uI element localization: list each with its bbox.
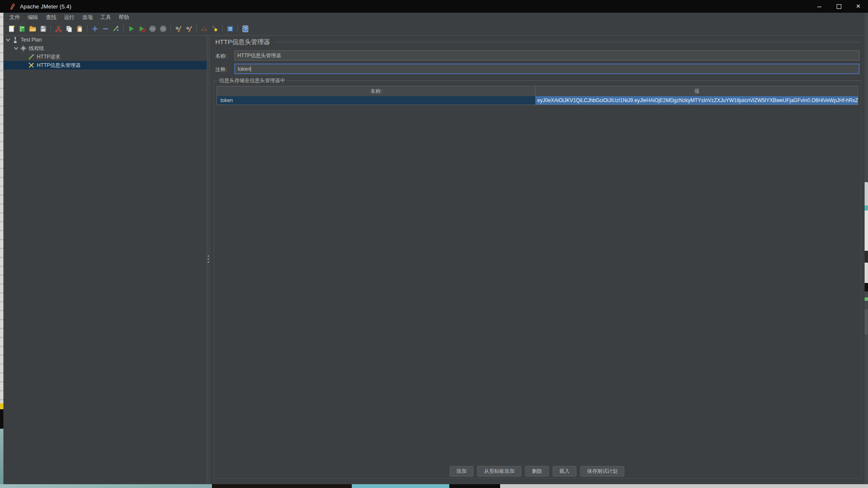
right-sliver-frag xyxy=(865,263,868,283)
left-sliver-wallpaper xyxy=(0,429,3,484)
name-field-label: 名称: xyxy=(215,53,227,60)
menu-bar: 文件编辑查找运行选项工具帮助 xyxy=(3,13,865,22)
panel-title-row: HTTP信息头管理器 xyxy=(215,38,861,46)
right-sliver-frag xyxy=(865,283,868,291)
bottom-frag-scrollbar xyxy=(500,484,868,488)
remote-start-all-icon[interactable] xyxy=(173,24,183,33)
add-button[interactable]: 添加 xyxy=(450,466,473,477)
start-no-timers-icon[interactable] xyxy=(137,24,147,33)
title-bar: Apache JMeter (5.4) ─ × xyxy=(0,0,868,13)
test-plan-tree: Test Plan线程组HTTP请求HTTP信息头管理器 xyxy=(3,36,207,484)
desktop-bottom-strip xyxy=(0,484,868,488)
stop-icon xyxy=(147,24,157,33)
toolbar-separator xyxy=(123,25,124,32)
tree-item-test-plan[interactable]: Test Plan xyxy=(3,36,207,44)
toolbar-separator xyxy=(50,25,51,32)
background-window-left-sliver xyxy=(0,0,3,484)
toolbar-separator xyxy=(222,25,223,32)
bottom-frag-dark xyxy=(212,484,352,488)
toolbar-separator xyxy=(237,25,238,32)
delete-button[interactable]: 删除 xyxy=(525,466,549,477)
tree-item-http-header-manager[interactable]: HTTP信息头管理器 xyxy=(3,61,207,69)
tree-indent-spacer xyxy=(21,62,27,68)
headers-stored-group: 信息头存储在信息头管理器中 名称: 值 tokeneyJ0eXAiOiJKV1Q… xyxy=(214,80,861,479)
table-header-name[interactable]: 名称: xyxy=(217,86,535,96)
comment-field[interactable]: token xyxy=(234,64,860,74)
menu-7[interactable]: 帮助 xyxy=(115,14,133,21)
copy-icon[interactable] xyxy=(64,24,74,33)
close-button[interactable]: × xyxy=(849,0,868,13)
window-title: Apache JMeter (5.4) xyxy=(20,3,72,10)
menu-5[interactable]: 选项 xyxy=(78,14,97,21)
splitter-grip-dot xyxy=(208,261,209,263)
shutdown-icon xyxy=(158,24,168,33)
comment-field-label: 注释: xyxy=(215,66,227,73)
chevron-down-icon[interactable] xyxy=(13,45,19,51)
clear-all-icon[interactable] xyxy=(210,24,220,33)
templates-icon[interactable] xyxy=(17,24,27,33)
table-action-buttons: 添加从剪贴板添加删除载入保存测试计划 xyxy=(209,466,865,477)
http-request-sampler-icon xyxy=(28,53,35,61)
jmeter-logo-icon xyxy=(9,3,16,10)
tree-indent-spacer xyxy=(21,54,27,60)
right-sliver-frag xyxy=(865,205,868,211)
right-sliver-frag xyxy=(865,182,868,205)
paste-icon[interactable] xyxy=(75,24,84,33)
splitter-grip-dot xyxy=(208,255,209,257)
menu-6[interactable]: 工具 xyxy=(97,14,115,21)
right-sliver-frag xyxy=(865,309,868,335)
maximize-icon xyxy=(837,4,841,9)
tree-item-http-request[interactable]: HTTP请求 xyxy=(3,53,207,61)
remote-stop-all-icon[interactable] xyxy=(184,24,194,33)
tree-item-label: 线程组 xyxy=(29,45,44,52)
text-cursor xyxy=(250,66,251,72)
toolbar-separator xyxy=(87,25,87,32)
start-icon[interactable] xyxy=(126,24,136,33)
tree-item-thread-group[interactable]: 线程组 xyxy=(3,44,207,53)
save-test-plan-button[interactable]: 保存测试计划 xyxy=(580,466,624,477)
right-sliver-frag xyxy=(865,251,868,263)
add-from-clipboard-button[interactable]: 从剪贴板添加 xyxy=(477,466,521,477)
headers-table-body: tokeneyJ0eXAiOiJKV1QiLCJhbGciOiJIUzI1NiJ… xyxy=(217,96,858,105)
menu-3[interactable]: 查找 xyxy=(42,14,60,21)
reset-icon[interactable] xyxy=(111,24,121,33)
comment-field-value: token xyxy=(238,66,250,72)
save-icon[interactable] xyxy=(38,24,48,33)
table-header-value[interactable]: 值 xyxy=(535,86,858,96)
menu-1[interactable]: 文件 xyxy=(6,14,24,21)
headers-table: 名称: 值 tokeneyJ0eXAiOiJKV1QiLCJhbGciOiJIU… xyxy=(217,86,858,105)
help-icon[interactable]: ? xyxy=(240,24,250,33)
name-field[interactable]: HTTP信息头管理器 xyxy=(234,50,860,61)
bottom-frag-wallpaper xyxy=(0,484,212,488)
panel-title-rule xyxy=(274,42,861,42)
name-field-value: HTTP信息头管理器 xyxy=(237,52,281,59)
menu-2[interactable]: 编辑 xyxy=(24,14,42,21)
load-button[interactable]: 载入 xyxy=(553,466,576,477)
minimize-button[interactable]: ─ xyxy=(810,0,829,13)
test-plan-flask-icon xyxy=(12,36,19,44)
header-name-cell[interactable]: token xyxy=(217,96,535,105)
left-sliver-yellow-line xyxy=(0,403,3,409)
header-manager-panel: HTTP信息头管理器 名称: HTTP信息头管理器 注释: token 信息头存… xyxy=(209,36,865,484)
tree-item-label: HTTP信息头管理器 xyxy=(37,62,81,69)
left-sliver-dark xyxy=(0,409,3,429)
chevron-down-icon[interactable] xyxy=(5,37,11,43)
left-sliver-paper xyxy=(0,0,3,403)
toolbar-separator xyxy=(170,25,171,32)
add-icon[interactable] xyxy=(90,24,100,33)
search-icon[interactable] xyxy=(199,24,209,33)
menu-4[interactable]: 运行 xyxy=(60,14,78,21)
tree-item-label: Test Plan xyxy=(21,37,42,43)
new-file-icon[interactable] xyxy=(6,24,16,33)
header-manager-wrench-icon xyxy=(28,62,35,69)
header-value-cell[interactable]: eyJ0eXAiOiJKV1QiLCJhbGciOiJIUzI1NiJ9.eyJ… xyxy=(535,96,858,105)
maximize-button[interactable] xyxy=(829,0,849,13)
subtract-icon[interactable] xyxy=(100,24,110,33)
window-controls: ─ × xyxy=(810,0,868,13)
toolbar-separator xyxy=(196,25,197,32)
function-helper-icon[interactable] xyxy=(225,24,235,33)
open-file-icon[interactable] xyxy=(28,24,37,33)
cut-icon[interactable] xyxy=(53,24,63,33)
tree-item-label: HTTP请求 xyxy=(37,53,60,61)
jmeter-window: Apache JMeter (5.4) ─ × 文件编辑查找运行选项工具帮助 ?… xyxy=(0,0,868,488)
